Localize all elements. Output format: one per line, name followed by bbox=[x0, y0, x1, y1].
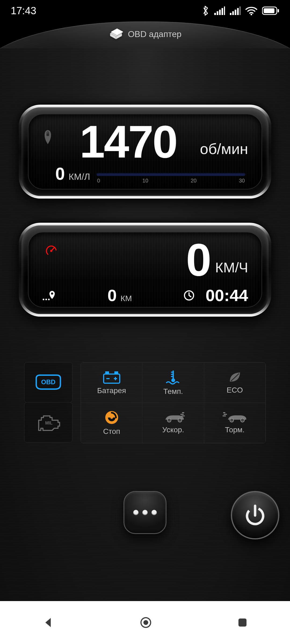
power-icon bbox=[243, 503, 267, 527]
obd-adapter-icon bbox=[108, 28, 124, 40]
svg-text:OBD: OBD bbox=[41, 378, 55, 386]
svg-point-44 bbox=[241, 418, 244, 422]
speed-value: 0 bbox=[186, 239, 211, 280]
rpm-unit: об/мин bbox=[200, 140, 248, 158]
engine-mil-icon: MIL bbox=[35, 414, 62, 431]
trip-time: 00:44 bbox=[205, 286, 248, 305]
coolant-temp-icon bbox=[165, 369, 182, 385]
accel-tile-label: Ускор. bbox=[162, 426, 184, 434]
distance-value: 0 bbox=[107, 286, 117, 305]
battery-tile[interactable]: Батарея bbox=[81, 363, 142, 403]
fuel-efficiency-value: 0 bbox=[55, 164, 65, 184]
svg-rect-1 bbox=[217, 11, 218, 15]
svg-line-17 bbox=[51, 248, 54, 251]
car-brake-icon bbox=[223, 412, 247, 423]
bluetooth-icon bbox=[202, 5, 209, 16]
brake-tile-label: Торм. bbox=[225, 426, 245, 434]
stop-tile[interactable]: Стоп bbox=[81, 403, 142, 443]
status-icons bbox=[202, 5, 279, 16]
svg-rect-6 bbox=[232, 11, 234, 15]
stop-tile-label: Стоп bbox=[103, 427, 120, 436]
svg-rect-8 bbox=[237, 8, 239, 15]
eco-tile-label: ECO bbox=[227, 386, 243, 394]
svg-rect-52 bbox=[238, 619, 247, 627]
brake-tile[interactable]: Торм. bbox=[204, 403, 266, 443]
temp-tile[interactable]: Темп. bbox=[142, 363, 204, 403]
tick-10: 10 bbox=[142, 178, 148, 184]
svg-rect-13 bbox=[264, 8, 274, 13]
mil-tile[interactable]: MIL bbox=[24, 402, 73, 442]
header-arch: OBD адаптер bbox=[0, 21, 290, 48]
more-button[interactable] bbox=[124, 491, 166, 534]
svg-rect-25 bbox=[104, 374, 120, 383]
distance-unit: КМ bbox=[121, 294, 132, 303]
tick-30: 30 bbox=[239, 178, 245, 184]
battery-icon bbox=[262, 6, 279, 15]
battery-tile-label: Батарея bbox=[97, 386, 126, 395]
svg-point-35 bbox=[171, 378, 175, 382]
header-title-container[interactable]: OBD адаптер bbox=[108, 28, 182, 40]
signal-2-icon bbox=[230, 6, 241, 15]
svg-rect-2 bbox=[219, 10, 221, 15]
rpm-gauge[interactable]: 1470 об/мин 0 КМ/Л 0 10 20 30 bbox=[19, 105, 271, 199]
dot-icon bbox=[142, 510, 148, 515]
clock-icon bbox=[183, 290, 195, 302]
temp-tile-label: Темп. bbox=[163, 387, 183, 396]
rpm-value: 1470 bbox=[59, 121, 197, 162]
svg-point-20 bbox=[48, 299, 50, 300]
fuel-lock-icon bbox=[42, 129, 54, 146]
nav-back-icon[interactable] bbox=[42, 616, 55, 629]
svg-point-37 bbox=[110, 416, 113, 419]
speed-gauge[interactable]: 0 КМ/Ч 0 КМ 00:44 bbox=[19, 223, 271, 317]
wifi-icon bbox=[245, 6, 257, 15]
fuel-efficiency-unit: КМ/Л bbox=[69, 171, 90, 182]
dot-icon bbox=[133, 510, 139, 515]
location-pin-icon bbox=[42, 289, 56, 302]
speedometer-icon bbox=[45, 244, 58, 259]
svg-point-19 bbox=[45, 299, 47, 300]
nav-recent-icon[interactable] bbox=[237, 617, 248, 628]
svg-rect-0 bbox=[214, 13, 216, 15]
svg-rect-4 bbox=[224, 6, 225, 15]
turbo-stop-icon bbox=[104, 410, 119, 425]
svg-rect-26 bbox=[105, 371, 109, 374]
svg-text:MIL: MIL bbox=[45, 421, 53, 425]
svg-rect-3 bbox=[222, 8, 223, 15]
svg-rect-27 bbox=[114, 371, 118, 374]
car-battery-icon bbox=[102, 370, 121, 384]
leaf-icon bbox=[227, 371, 242, 384]
tick-20: 20 bbox=[191, 178, 197, 184]
obd-tile[interactable]: OBD bbox=[24, 362, 73, 402]
svg-point-43 bbox=[230, 418, 234, 422]
header-title: OBD адаптер bbox=[128, 29, 182, 39]
eco-tile[interactable]: ECO bbox=[204, 363, 266, 403]
svg-point-10 bbox=[251, 14, 252, 15]
tick-0: 0 bbox=[97, 178, 100, 184]
obd-icon: OBD bbox=[34, 373, 63, 392]
svg-rect-5 bbox=[230, 13, 231, 15]
svg-rect-7 bbox=[235, 10, 236, 15]
svg-point-39 bbox=[178, 418, 182, 422]
fuel-efficiency-scale: 0 10 20 30 bbox=[96, 173, 245, 184]
svg-point-18 bbox=[43, 299, 44, 300]
status-bar: 17:43 bbox=[0, 0, 290, 21]
speed-unit: КМ/Ч bbox=[215, 259, 248, 276]
power-button[interactable] bbox=[231, 491, 279, 539]
signal-1-icon bbox=[214, 6, 225, 15]
accel-tile[interactable]: Ускор. bbox=[142, 403, 204, 443]
dot-icon bbox=[151, 510, 157, 515]
svg-point-21 bbox=[51, 292, 53, 295]
svg-point-51 bbox=[143, 620, 148, 625]
svg-rect-12 bbox=[278, 9, 279, 12]
android-nav-bar bbox=[0, 601, 290, 644]
status-time: 17:43 bbox=[11, 5, 36, 17]
svg-point-38 bbox=[167, 418, 171, 422]
svg-rect-9 bbox=[240, 6, 241, 15]
nav-home-icon[interactable] bbox=[139, 616, 153, 629]
car-accel-icon bbox=[161, 412, 185, 423]
svg-rect-14 bbox=[46, 133, 49, 136]
